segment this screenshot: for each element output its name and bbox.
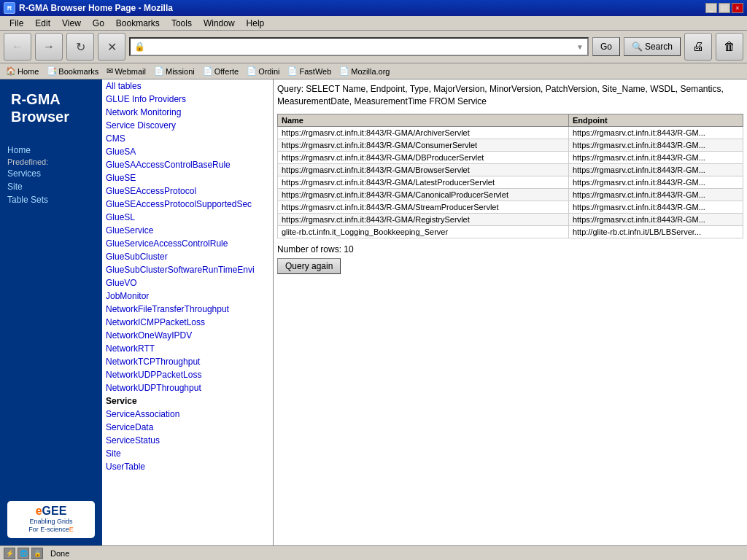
menu-window[interactable]: Window [198,18,241,28]
tree-item-gluesa[interactable]: GlueSA [102,145,273,158]
printer-button[interactable]: 🖨 [684,33,712,61]
go-button[interactable]: Go [592,37,620,56]
window-title: R-GMA Browser Home Page - Mozilla [19,3,173,13]
tree-item-glueservice[interactable]: GlueService [102,224,273,237]
menu-go[interactable]: Go [87,18,110,28]
menu-tools[interactable]: Tools [166,18,198,28]
status-text: Done [50,549,69,558]
status-bar: ⚡ 🌐 🔒 Done [0,545,747,560]
table-row: https://rgmasrv.ct.infn.it:8443/R-GMA/Br… [278,163,743,176]
missioni-icon: 📄 [154,66,164,76]
sidebar-item-services[interactable]: Services [7,167,95,180]
tree-item-gluesl[interactable]: GlueSL [102,211,273,224]
tree-item-servicestatus[interactable]: ServiceStatus [102,434,273,447]
tree-item-jobmonitor[interactable]: JobMonitor [102,289,273,303]
search-button[interactable]: 🔍 Search [624,37,681,56]
sidebar-item-home[interactable]: Home [7,144,95,157]
lock-icon: 🔒 [134,42,145,52]
bookmark-mozilla[interactable]: 📄 Mozilla.org [337,66,392,76]
minimize-button[interactable]: _ [705,3,717,13]
cell-endpoint: https://rgmasrv.ct.infn.it:8443/R-GM... [568,201,743,213]
menu-bar: File Edit View Go Bookmarks Tools Window… [0,16,747,31]
cell-endpoint: https://rgmasrv.ct.infn.it:8443/R-GM... [568,139,743,151]
tree-item-glueseap[interactable]: GlueSEAccessProtocol [102,184,273,198]
results-table: Name Endpoint https://rgmasrv.ct.infn.it… [277,114,743,238]
status-icon-3: 🔒 [31,548,43,559]
reload-button[interactable]: ↻ [66,33,94,61]
table-row: https://rgmasrv.ct.infn.it:8443/R-GMA/Ca… [278,188,743,201]
close-button[interactable]: × [732,3,743,13]
bookmark-bookmarks[interactable]: 📑 Bookmarks [44,66,101,76]
tree-item-gluese[interactable]: GlueSE [102,171,273,184]
title-bar: R R-GMA Browser Home Page - Mozilla _ □ … [0,0,747,16]
cell-endpoint: https://rgmasrv.ct.infn.it:8443/R-GM... [568,126,743,139]
forward-button[interactable]: → [35,33,63,61]
tree-item-glueserviceacl[interactable]: GlueServiceAccessControlRule [102,237,273,250]
tree-item-networkudppl[interactable]: NetworkUDPPacketLoss [102,368,273,381]
tree-item-networkudptp[interactable]: NetworkUDPThroughput [102,381,273,394]
query-again-button[interactable]: Query again [277,258,341,274]
results-panel: Query: SELECT Name, Endpoint, Type, Majo… [274,79,747,545]
tree-item-network-monitoring[interactable]: Network Monitoring [102,106,273,119]
tree-panel[interactable]: All tables GLUE Info Providers Network M… [102,79,274,545]
sidebar-item-site[interactable]: Site [7,180,95,193]
mozilla-icon: 📄 [339,66,349,76]
dropdown-icon[interactable]: ▼ [576,43,584,51]
tree-item-glueseapss[interactable]: GlueSEAccessProtocolSupportedSec [102,198,273,211]
tree-item-site[interactable]: Site [102,447,273,460]
cell-name: https://rgmasrv.ct.infn.it:8443/R-GMA/Re… [278,213,569,225]
sidebar-item-tablesets[interactable]: Table Sets [7,193,95,206]
bookmark-home[interactable]: 🏠 Home [4,66,41,76]
content-panel: All tables GLUE Info Providers Network M… [102,79,747,545]
tree-item-networkicmp[interactable]: NetworkICMPPacketLoss [102,316,273,329]
offerte-icon: 📄 [203,66,213,76]
tree-item-gluevo[interactable]: GlueVO [102,276,273,289]
tree-item-all-tables[interactable]: All tables [102,79,273,93]
cell-endpoint: https://rgmasrv.ct.infn.it:8443/R-GM... [568,163,743,176]
bookmark-missioni[interactable]: 📄 Missioni [152,66,197,76]
back-button[interactable]: ← [4,33,31,61]
tree-item-cms[interactable]: CMS [102,132,273,145]
ordini-icon: 📄 [247,66,257,76]
bookmark-offerte[interactable]: 📄 Offerte [201,66,241,76]
bookmarks-icon: 📑 [47,66,57,76]
menu-file[interactable]: File [4,18,29,28]
url-input[interactable]: https://rgmasrv.ct.infn.it:8443/R-GMA/ [147,42,576,52]
maximize-button[interactable]: □ [719,3,730,13]
main-area: R-GMA Browser Home Predefined: Services … [0,79,747,545]
trash-button[interactable]: 🗑 [716,33,743,61]
table-row: https://rgmasrv.ct.infn.it:8443/R-GMA/St… [278,201,743,213]
address-bar: 🔒 https://rgmasrv.ct.infn.it:8443/R-GMA/… [129,37,589,56]
tree-item-networkoneway[interactable]: NetworkOneWayIPDV [102,329,273,342]
menu-edit[interactable]: Edit [29,18,56,28]
menu-help[interactable]: Help [241,18,271,28]
bookmark-webmail[interactable]: ✉ Webmail [104,66,148,76]
cell-name: glite-rb.ct.infn.it_Logging_Bookkeeping_… [278,225,569,238]
tree-item-gluesubclusterswrte[interactable]: GlueSubClusterSoftwareRunTimeEnvi [102,263,273,276]
tree-item-serviceassociation[interactable]: ServiceAssociation [102,408,273,421]
webmail-icon: ✉ [107,66,113,76]
tree-item-glue-info[interactable]: GLUE Info Providers [102,93,273,106]
tree-item-networkrtt[interactable]: NetworkRTT [102,342,273,355]
cell-name: https://rgmasrv.ct.infn.it:8443/R-GMA/St… [278,201,569,213]
menu-bookmarks[interactable]: Bookmarks [110,18,166,28]
menu-view[interactable]: View [56,18,87,28]
tree-item-gluesubcluster[interactable]: GlueSubCluster [102,250,273,263]
tree-item-service-discovery[interactable]: Service Discovery [102,119,273,132]
fastweb-icon: 📄 [287,66,298,76]
status-icon-2: 🌐 [18,548,29,559]
tree-item-networktcp[interactable]: NetworkTCPThroughput [102,355,273,368]
tree-item-networkfiletransfer[interactable]: NetworkFileTransferThroughput [102,303,273,316]
bookmark-ordini[interactable]: 📄 Ordini [244,66,282,76]
bookmark-fastweb[interactable]: 📄 FastWeb [285,66,333,76]
cell-endpoint: https://rgmasrv.ct.infn.it:8443/R-GM... [568,151,743,163]
tree-item-service[interactable]: Service [102,394,273,408]
stop-button[interactable]: ✕ [98,33,125,61]
sidebar: R-GMA Browser Home Predefined: Services … [0,79,102,545]
tree-item-usertable[interactable]: UserTable [102,460,273,473]
tree-item-servicedata[interactable]: ServiceData [102,421,273,434]
table-row: glite-rb.ct.infn.it_Logging_Bookkeeping_… [278,225,743,238]
tree-item-gluesaacl[interactable]: GlueSAAccessControlBaseRule [102,158,273,171]
bookmarks-bar: 🏠 Home 📑 Bookmarks ✉ Webmail 📄 Missioni … [0,63,747,79]
sidebar-logo: R-GMA Browser [7,87,95,129]
